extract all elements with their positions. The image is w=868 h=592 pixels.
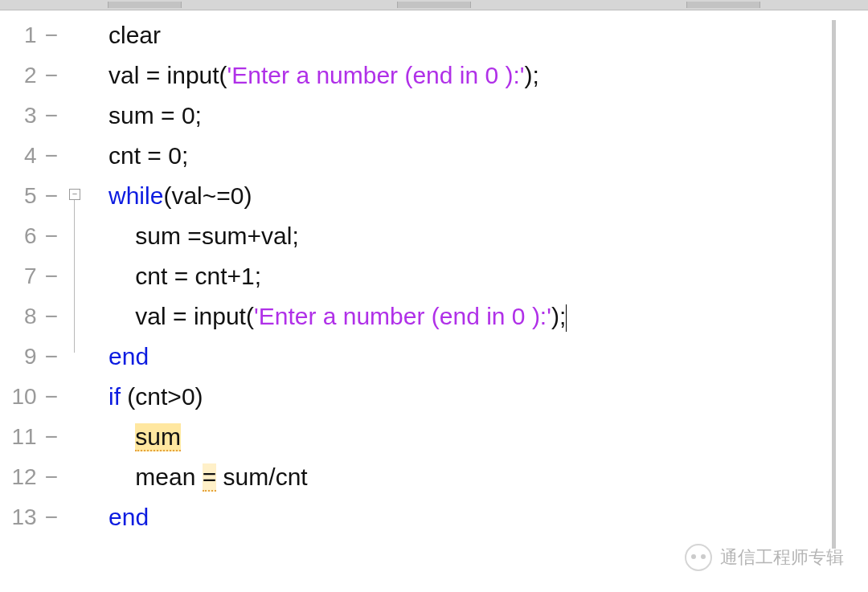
line-number: 11 — [8, 417, 37, 457]
breakpoint-dash[interactable]: − — [45, 96, 58, 136]
line-number: 9 — [8, 337, 37, 377]
code-line[interactable]: val = input('Enter a number (end in 0 ):… — [88, 55, 868, 96]
code-text: sum = 0; — [108, 102, 202, 129]
gutter-row: 9− — [0, 337, 64, 377]
text-cursor — [566, 304, 567, 332]
tab-stub[interactable] — [108, 2, 182, 8]
line-number-gutter: 1− 2− 3− 4− 5− 6− 7− 8− 9− 10− 11− 12− 1… — [0, 10, 64, 589]
breakpoint-dash[interactable]: − — [45, 296, 58, 337]
tab-stub[interactable] — [686, 2, 760, 8]
editor-area[interactable]: 1− 2− 3− 4− 5− 6− 7− 8− 9− 10− 11− 12− 1… — [0, 10, 868, 589]
code-line[interactable]: end — [88, 337, 868, 377]
keyword: while — [108, 182, 163, 209]
line-number: 5 — [8, 176, 37, 216]
code-text: val = input( — [108, 62, 227, 88]
wechat-icon — [685, 544, 712, 571]
code-line[interactable]: sum — [88, 417, 868, 457]
code-warning-highlight: sum — [135, 423, 181, 451]
watermark: 通信工程师专辑 — [685, 544, 844, 571]
line-number: 10 — [8, 377, 37, 417]
line-number: 6 — [8, 216, 37, 256]
code-text-area[interactable]: clear val = input('Enter a number (end i… — [88, 10, 868, 589]
breakpoint-dash[interactable]: − — [45, 176, 58, 216]
tab-stub[interactable] — [397, 2, 471, 8]
breakpoint-dash[interactable]: − — [45, 337, 58, 377]
code-fold-gutter: − — [64, 10, 88, 589]
gutter-row: 8− — [0, 296, 64, 337]
code-text: mean — [135, 463, 202, 490]
code-text: clear — [108, 22, 161, 48]
code-text: ); — [551, 303, 566, 329]
code-line[interactable]: mean = sum/cnt — [88, 457, 868, 497]
code-text: sum =sum+val; — [135, 223, 298, 249]
code-text: cnt = cnt+1; — [135, 263, 261, 289]
breakpoint-dash[interactable]: − — [45, 256, 58, 296]
code-text: (cnt>0) — [127, 383, 203, 410]
gutter-row: 6− — [0, 216, 64, 256]
watermark-text: 通信工程师专辑 — [720, 545, 844, 570]
line-number: 1 — [8, 15, 37, 55]
line-number: 8 — [8, 296, 37, 337]
keyword: end — [108, 343, 149, 369]
line-number: 7 — [8, 256, 37, 296]
string-literal: 'Enter a number (end in 0 ):' — [227, 62, 525, 88]
line-number: 12 — [8, 457, 37, 497]
breakpoint-dash[interactable]: − — [45, 216, 58, 256]
code-line[interactable]: clear — [88, 15, 868, 55]
code-line[interactable]: sum =sum+val; — [88, 216, 868, 256]
gutter-row: 10− — [0, 377, 64, 417]
tab-strip — [0, 0, 868, 10]
fold-toggle-icon[interactable]: − — [69, 189, 80, 200]
breakpoint-dash[interactable]: − — [45, 136, 58, 176]
code-line[interactable]: end — [88, 497, 868, 537]
gutter-row: 4− — [0, 136, 64, 176]
right-margin-guide — [832, 20, 836, 549]
code-line[interactable]: sum = 0; — [88, 96, 868, 136]
gutter-row: 5− — [0, 176, 64, 216]
fold-guide-line — [74, 200, 75, 353]
breakpoint-dash[interactable]: − — [45, 55, 58, 96]
gutter-row: 2− — [0, 55, 64, 96]
keyword: if — [108, 383, 127, 410]
breakpoint-dash[interactable]: − — [45, 457, 58, 497]
code-line[interactable]: while(val~=0) — [88, 176, 868, 216]
breakpoint-dash[interactable]: − — [45, 417, 58, 457]
code-text: ); — [525, 62, 539, 88]
keyword: end — [108, 504, 149, 530]
gutter-row: 3− — [0, 96, 64, 136]
breakpoint-dash[interactable]: − — [45, 497, 58, 537]
code-line[interactable]: cnt = 0; — [88, 136, 868, 176]
gutter-row: 12− — [0, 457, 64, 497]
string-literal: 'Enter a number (end in 0 ):' — [254, 303, 551, 329]
breakpoint-dash[interactable]: − — [45, 377, 58, 417]
code-text: val = input( — [135, 303, 254, 329]
gutter-row: 13− — [0, 497, 64, 537]
gutter-row: 7− — [0, 256, 64, 296]
code-text: sum/cnt — [216, 463, 307, 490]
line-number: 13 — [8, 497, 37, 537]
code-line[interactable]: val = input('Enter a number (end in 0 ):… — [88, 296, 868, 337]
gutter-row: 1− — [0, 15, 64, 55]
gutter-row: 11− — [0, 417, 64, 457]
code-line[interactable]: cnt = cnt+1; — [88, 256, 868, 296]
line-number: 4 — [8, 136, 37, 176]
line-number: 3 — [8, 96, 37, 136]
breakpoint-dash[interactable]: − — [45, 15, 58, 55]
code-text: cnt = 0; — [108, 142, 188, 169]
code-text: (val~=0) — [163, 182, 252, 209]
code-warning-highlight: = — [203, 463, 217, 492]
line-number: 2 — [8, 55, 37, 96]
code-line[interactable]: if (cnt>0) — [88, 377, 868, 417]
